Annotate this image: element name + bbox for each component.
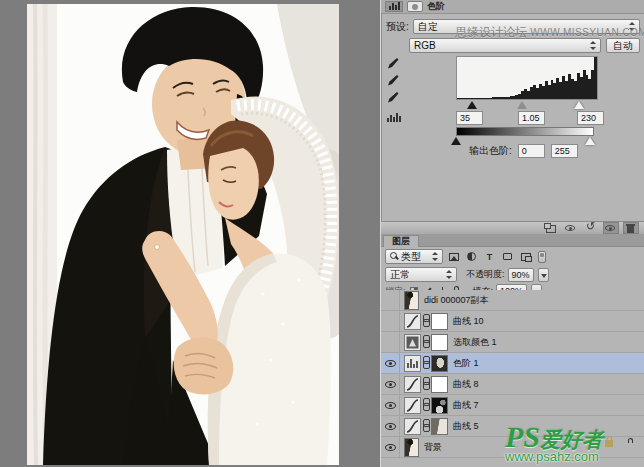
layer-row[interactable]: 色阶 1 bbox=[381, 353, 644, 374]
mask-link-icon bbox=[422, 377, 430, 391]
photo-canvas bbox=[27, 4, 339, 465]
layer-visibility-toggle[interactable] bbox=[381, 416, 400, 437]
adjustment-layer-icon bbox=[404, 313, 421, 330]
filter-shape-layers-icon[interactable] bbox=[500, 250, 515, 263]
shadow-input-field[interactable]: 35 bbox=[456, 111, 483, 125]
layer-row[interactable]: 曲线 10 bbox=[381, 311, 644, 332]
histogram-bar bbox=[594, 57, 597, 99]
black-point-eyedropper-icon[interactable] bbox=[386, 57, 399, 70]
layer-mask-thumbnail[interactable] bbox=[431, 334, 448, 351]
layer-row[interactable]: 选取颜色 1 bbox=[381, 332, 644, 353]
adjustment-layer-icon bbox=[404, 397, 421, 414]
layer-lock-icon bbox=[627, 442, 638, 453]
adjustment-layer-icon bbox=[404, 355, 421, 372]
layer-row[interactable]: 曲线 7 bbox=[381, 395, 644, 416]
layer-visibility-toggle[interactable] bbox=[381, 353, 400, 374]
layer-name[interactable]: 曲线 8 bbox=[453, 378, 479, 391]
highlight-input-slider[interactable] bbox=[574, 101, 584, 109]
layer-mask-thumbnail[interactable] bbox=[431, 397, 448, 414]
tab-layers[interactable]: 图层 bbox=[383, 235, 419, 247]
preset-label: 预设: bbox=[386, 20, 409, 34]
selective-color-icon bbox=[405, 335, 420, 350]
layer-name[interactable]: 选取颜色 1 bbox=[453, 336, 497, 349]
watermark-psahz: PS爱好者 www.psahz.com bbox=[505, 422, 613, 463]
mask-link-icon bbox=[422, 419, 430, 433]
layer-name[interactable]: 色阶 1 bbox=[453, 357, 479, 370]
layer-name[interactable]: 曲线 10 bbox=[453, 315, 484, 328]
opacity-label: 不透明度: bbox=[466, 268, 505, 281]
select-arrows-icon bbox=[589, 41, 596, 50]
clip-to-layer-icon[interactable] bbox=[544, 223, 558, 233]
gamma-input-field[interactable]: 1.05 bbox=[518, 111, 545, 125]
output-levels-label: 输出色阶: bbox=[469, 144, 512, 158]
psahz-url: www.psahz.com bbox=[505, 450, 613, 463]
layer-visibility-toggle[interactable] bbox=[381, 437, 400, 458]
eye-icon bbox=[385, 423, 396, 430]
layers-tabstrip: 图层 bbox=[381, 234, 644, 247]
curves-icon bbox=[405, 314, 420, 329]
select-arrows-icon bbox=[431, 252, 438, 261]
blend-mode-select[interactable]: 正常 bbox=[385, 267, 457, 282]
layer-visibility-toggle[interactable] bbox=[381, 290, 400, 311]
properties-bottom-bar bbox=[381, 221, 644, 234]
mask-link-icon bbox=[422, 356, 430, 370]
eye-icon bbox=[385, 381, 396, 388]
view-previous-state-icon[interactable] bbox=[564, 223, 578, 233]
toggle-visibility-icon[interactable] bbox=[604, 223, 618, 233]
layer-visibility-toggle[interactable] bbox=[381, 311, 400, 332]
highlight-input-field[interactable]: 230 bbox=[577, 111, 604, 125]
output-shadow-field[interactable]: 0 bbox=[518, 144, 545, 158]
layer-thumbnail[interactable] bbox=[404, 291, 419, 310]
select-arrows-icon bbox=[445, 270, 452, 279]
layer-row[interactable]: didi 000007副本 bbox=[381, 290, 644, 311]
layer-mask-thumbnail[interactable] bbox=[431, 418, 448, 435]
filter-toggle-switch[interactable] bbox=[538, 251, 546, 263]
mask-link-icon bbox=[422, 314, 430, 328]
white-point-eyedropper-icon[interactable] bbox=[386, 91, 399, 104]
layer-thumbnail[interactable] bbox=[404, 438, 419, 457]
layer-mask-thumbnail[interactable] bbox=[431, 355, 448, 372]
watermark-missyuan: 思缘设计论坛 WWW.MISSYUAN.COM bbox=[455, 24, 644, 41]
delete-adjustment-icon[interactable] bbox=[624, 223, 638, 233]
layer-name[interactable]: 曲线 7 bbox=[453, 399, 479, 412]
opacity-value[interactable]: 90% bbox=[508, 268, 534, 282]
filter-smart-object-icon[interactable] bbox=[518, 250, 533, 263]
layer-row[interactable]: 曲线 8 bbox=[381, 374, 644, 395]
layer-name[interactable]: didi 000007副本 bbox=[424, 294, 489, 307]
mask-link-icon bbox=[422, 335, 430, 349]
layer-visibility-toggle[interactable] bbox=[381, 395, 400, 416]
reset-adjustment-icon[interactable] bbox=[584, 223, 598, 233]
mask-tab-icon[interactable] bbox=[407, 1, 423, 12]
layer-name[interactable]: 曲线 5 bbox=[453, 420, 479, 433]
layer-visibility-toggle[interactable] bbox=[381, 332, 400, 353]
layer-name[interactable]: 背景 bbox=[424, 441, 442, 454]
curves-icon bbox=[405, 377, 420, 392]
shadow-input-slider[interactable] bbox=[467, 101, 477, 109]
levels-histogram bbox=[456, 56, 598, 100]
gray-point-eyedropper-icon[interactable] bbox=[386, 74, 399, 87]
levels-icon bbox=[405, 356, 420, 371]
output-highlight-field[interactable]: 255 bbox=[551, 144, 578, 158]
filter-pixel-layers-icon[interactable] bbox=[446, 250, 461, 263]
gamma-input-slider[interactable] bbox=[517, 101, 527, 109]
filter-adjustment-layers-icon[interactable] bbox=[464, 250, 479, 263]
layer-mask-thumbnail[interactable] bbox=[431, 313, 448, 330]
levels-tab-icon[interactable] bbox=[385, 1, 403, 12]
filter-type-layers-icon[interactable]: T bbox=[482, 250, 497, 263]
properties-tab-label: 色阶 bbox=[427, 0, 445, 13]
watermark-lock-icon bbox=[605, 440, 613, 447]
wedding-photo bbox=[27, 4, 339, 465]
opacity-dropdown-icon[interactable] bbox=[538, 268, 549, 282]
properties-tabstrip: 色阶 bbox=[381, 0, 644, 14]
adjustment-layer-icon bbox=[404, 418, 421, 435]
panel-dock: 色阶 预设: 自定 RGB 自动 bbox=[380, 0, 644, 467]
mask-link-icon bbox=[422, 398, 430, 412]
filter-kind-select[interactable]: 类型 bbox=[385, 249, 443, 264]
eye-icon bbox=[385, 360, 396, 367]
eyedropper-tools bbox=[386, 57, 399, 104]
layer-mask-thumbnail[interactable] bbox=[431, 376, 448, 393]
adjustment-layer-icon bbox=[404, 376, 421, 393]
histogram-options-icon[interactable] bbox=[387, 112, 401, 122]
output-gradient-bar bbox=[456, 127, 594, 136]
layer-visibility-toggle[interactable] bbox=[381, 374, 400, 395]
